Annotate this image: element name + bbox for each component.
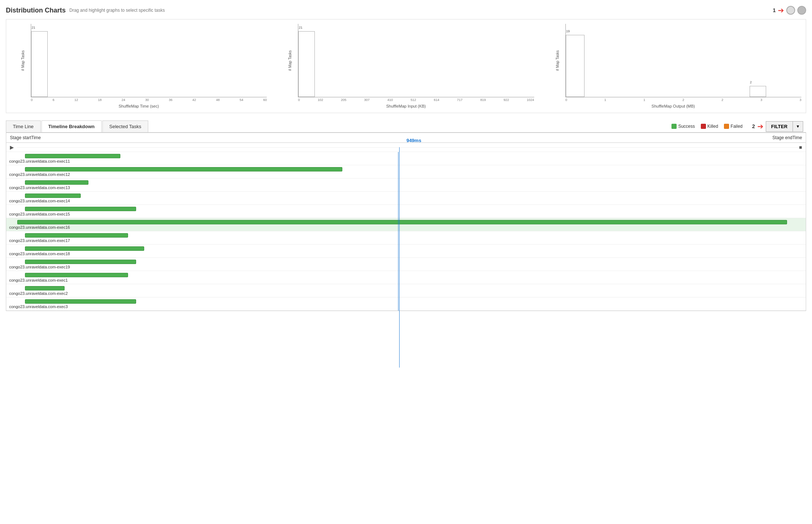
- step2-label: 2: [752, 123, 755, 129]
- circle-btn-2[interactable]: [797, 6, 806, 15]
- task-bar: [25, 246, 144, 251]
- legend-success-icon: [671, 124, 677, 129]
- row-label: congo23.unraveldata.com-exec19: [9, 265, 803, 270]
- chart2-y-label: # Map Tasks: [288, 50, 292, 71]
- tabs-right: Success Killed Failed 2 ➔ FILTER ▼: [671, 121, 806, 132]
- chart-shufflemap-time[interactable]: # Map Tasks 21 0 6 12 18 24 30 36 42 48 …: [11, 24, 267, 108]
- task-bar: [25, 154, 120, 158]
- table-row: congo23.unraveldata.com-exec12: [6, 165, 806, 178]
- stage-start-label: Stage startTime: [10, 135, 69, 140]
- table-row: congo23.unraveldata.com-exec15: [6, 205, 806, 218]
- legend-success: Success: [671, 124, 695, 129]
- row-label: congo23.unraveldata.com-exec2: [9, 291, 803, 296]
- table-row: congo23.unraveldata.com-exec18: [6, 245, 806, 258]
- arrow2-icon: ➔: [757, 122, 764, 131]
- legend-failed: Failed: [724, 124, 743, 129]
- filter-btn-group: FILTER ▼: [766, 121, 803, 132]
- table-row: congo23.unraveldata.com-exec11: [6, 152, 806, 165]
- bar-count-3a: 19: [566, 29, 570, 33]
- row-label: congo23.unraveldata.com-exec18: [9, 252, 803, 257]
- row-label: congo23.unraveldata.com-exec13: [9, 185, 803, 191]
- play-button[interactable]: ▶: [10, 144, 14, 150]
- row-label: congo23.unraveldata.com-exec17: [9, 238, 803, 243]
- chart-shufflemap-output[interactable]: # Map Tasks 19 2 0 1 1 2 2 3 3 Shu: [545, 24, 801, 108]
- chart3-x-label: ShuffleMap Output (MB): [545, 104, 801, 108]
- row-label: congo23.unraveldata.com-exec12: [9, 172, 803, 177]
- task-bar: [25, 180, 88, 185]
- table-row: congo23.unraveldata.com-exec13: [6, 178, 806, 192]
- table-row: congo23.unraveldata.com-exec19: [6, 258, 806, 271]
- chart1-x-label: ShuffleMap Time (sec): [11, 104, 267, 108]
- tabs-left: Time Line Timeline Breakdown Selected Ta…: [6, 120, 149, 132]
- table-row: congo23.unraveldata.com-exec2: [6, 284, 806, 297]
- timeline-table: Stage startTime 949ms Stage endTime ▶ ■ …: [6, 133, 806, 311]
- task-bar: [25, 194, 80, 198]
- task-bar: [25, 233, 128, 238]
- task-bar: [25, 260, 136, 264]
- stop-button[interactable]: ■: [799, 144, 802, 150]
- task-bar: [25, 299, 136, 304]
- tab-selected[interactable]: Selected Tasks: [102, 120, 148, 132]
- legend-killed-label: Killed: [707, 124, 718, 129]
- legend-killed: Killed: [701, 124, 718, 129]
- row-label: congo23.unraveldata.com-exec15: [9, 212, 803, 217]
- row-label: congo23.unraveldata.com-exec3: [9, 304, 803, 310]
- tabs-section: Time Line Timeline Breakdown Selected Ta…: [6, 120, 806, 133]
- table-row: congo23.unraveldata.com-exec3: [6, 297, 806, 311]
- table-row: congo23.unraveldata.com-exec1: [6, 271, 806, 284]
- page-subtitle: Drag and highlight graphs to select spec…: [69, 8, 165, 13]
- task-bar: [25, 273, 128, 277]
- step1-label: 1: [773, 7, 776, 13]
- legend-success-label: Success: [678, 124, 695, 129]
- charts-row: # Map Tasks 21 0 6 12 18 24 30 36 42 48 …: [6, 19, 806, 113]
- row-label: congo23.unraveldata.com-exec1: [9, 278, 803, 283]
- header-controls: 1 ➔: [773, 6, 806, 15]
- bar-count-3b: 2: [750, 80, 752, 84]
- row-label: congo23.unraveldata.com-exec11: [9, 159, 803, 164]
- task-bar: [25, 207, 136, 211]
- row-label: congo23.unraveldata.com-exec16: [9, 225, 803, 230]
- filter-dropdown-button[interactable]: ▼: [793, 121, 803, 132]
- row-label: congo23.unraveldata.com-exec14: [9, 199, 803, 204]
- chart2-x-label: ShuffleMap Input (KB): [278, 104, 534, 108]
- tab-breakdown[interactable]: Timeline Breakdown: [41, 120, 102, 132]
- task-bar: [17, 220, 787, 224]
- chart1-y-label: # Map Tasks: [21, 50, 25, 71]
- timeline-body: congo23.unraveldata.com-exec11 congo23.u…: [6, 152, 806, 311]
- filter-button[interactable]: FILTER: [766, 121, 793, 132]
- bar-count-1: 21: [32, 26, 35, 29]
- legend-killed-icon: [701, 124, 706, 129]
- legend-failed-label: Failed: [731, 124, 743, 129]
- time-marker-label: 949ms: [407, 138, 421, 143]
- stage-end-label: Stage endTime: [772, 135, 802, 140]
- legend-failed-icon: [724, 124, 729, 129]
- task-bar: [25, 167, 342, 171]
- bar-count-2: 21: [299, 26, 302, 29]
- chart3-y-label: # Map Tasks: [556, 50, 560, 71]
- table-row: congo23.unraveldata.com-exec14: [6, 192, 806, 205]
- tab-timeline[interactable]: Time Line: [6, 120, 41, 132]
- table-row: congo23.unraveldata.com-exec16: [6, 218, 806, 231]
- arrow1-icon: ➔: [778, 6, 784, 15]
- task-bar: [25, 286, 65, 290]
- timeline-header: Stage startTime 949ms Stage endTime: [6, 133, 806, 143]
- chart-shufflemap-input[interactable]: # Map Tasks 21 0 102 205 307 410 512 614…: [278, 24, 534, 108]
- page-title: Distribution Charts: [6, 7, 66, 14]
- table-row: congo23.unraveldata.com-exec17: [6, 231, 806, 245]
- circle-btn-1[interactable]: [786, 6, 795, 15]
